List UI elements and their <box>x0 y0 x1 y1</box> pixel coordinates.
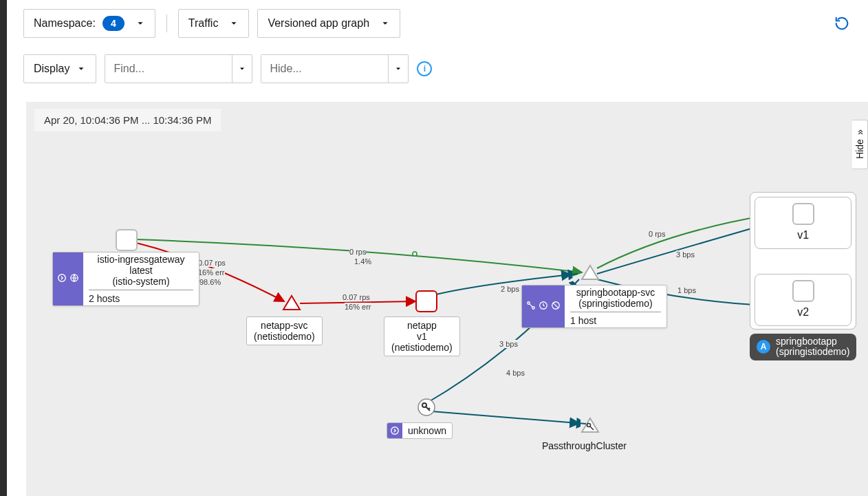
node-springboot-v1[interactable]: v1 <box>755 197 851 249</box>
toolbar: Namespace: 4 Traffic Versioned app graph <box>7 0 868 47</box>
find-combo <box>105 54 252 83</box>
edge-label: 16% err <box>345 303 371 311</box>
traffic-label: Traffic <box>188 17 219 30</box>
node-unknown[interactable]: unknown <box>387 422 453 439</box>
node-label: unknown <box>402 424 452 437</box>
ban-icon <box>551 301 561 312</box>
node-springboot-svc[interactable]: springbootapp-svc (springistiodemo) 1 ho… <box>521 285 667 328</box>
node-namespace: (istio-system) <box>89 276 193 287</box>
help-info-icon[interactable]: i <box>417 61 432 76</box>
route-icon <box>526 301 536 312</box>
graph-type-label: Versioned app graph <box>268 17 369 30</box>
globe-icon <box>69 273 79 285</box>
app-badge-icon: A <box>757 340 770 354</box>
chevron-down-icon <box>380 19 390 28</box>
replay-icon[interactable] <box>832 14 851 33</box>
node-netapp-svc[interactable]: netapp-svc (netistiodemo) <box>246 316 323 345</box>
traffic-dropdown[interactable]: Traffic <box>178 9 250 38</box>
edge-label: 0.07 rps <box>343 293 370 301</box>
svg-point-1 <box>58 274 66 282</box>
namespace-dropdown[interactable]: Namespace: 4 <box>23 9 155 38</box>
svg-marker-4 <box>582 266 598 279</box>
app-namespace: (springistiodemo) <box>776 347 849 357</box>
svg-marker-3 <box>283 296 300 310</box>
node-netapp-shape[interactable] <box>415 290 437 312</box>
node-version-label: v1 <box>763 229 843 241</box>
namespace-count-badge: 4 <box>102 16 124 31</box>
edge-label: 16% err <box>198 268 225 277</box>
find-input[interactable] <box>105 55 232 83</box>
edge-label: 98.6% <box>199 278 221 286</box>
graph-canvas[interactable]: Apr 20, 10:04:36 PM ... 10:34:36 PM Hide… <box>26 102 868 496</box>
node-namespace: (netistiodemo) <box>391 342 453 353</box>
namespace-label: Namespace: <box>34 17 96 30</box>
node-netapp-svc-shape[interactable] <box>282 294 301 314</box>
node-title: istio-ingressgateway <box>89 254 193 265</box>
node-version-label: v2 <box>763 306 843 319</box>
node-springboot-v2[interactable]: v2 <box>755 274 851 326</box>
filter-toolbar: Display i <box>7 45 448 92</box>
arrow-right-circle-icon <box>387 423 402 438</box>
app-group-footer[interactable]: A springbootapp (springistiodemo) <box>750 334 856 360</box>
left-gutter <box>0 0 7 496</box>
node-passthrough-shape[interactable] <box>581 417 600 436</box>
node-hosts: 2 hosts <box>89 293 193 304</box>
app-title: springbootapp <box>776 336 849 347</box>
svg-point-11 <box>391 427 399 435</box>
node-title: netapp-svc <box>254 320 315 331</box>
clock-icon <box>539 301 548 312</box>
node-title: springbootapp-svc <box>570 287 661 298</box>
edge-label: 1.4% <box>354 257 371 266</box>
node-passthrough-label: PassthroughCluster <box>542 440 627 451</box>
node-namespace: (springistiodemo) <box>570 298 661 309</box>
hide-combo <box>261 54 409 83</box>
node-springboot-svc-shape[interactable] <box>581 264 600 283</box>
chevron-down-icon <box>229 19 239 28</box>
edge-label: 2 bps <box>501 285 519 293</box>
chevron-down-icon <box>135 19 145 28</box>
edge-label: 1 bps <box>677 286 696 294</box>
arrow-right-circle-icon <box>57 273 67 285</box>
edge-label: 0 rps <box>349 248 366 256</box>
hide-dropdown-button[interactable] <box>388 55 408 83</box>
edge-label: 0.07 rps <box>198 259 226 267</box>
svg-point-0 <box>413 252 417 256</box>
node-version: v1 <box>391 331 453 342</box>
node-ingress-gateway[interactable]: istio-ingressgateway latest (istio-syste… <box>52 252 199 306</box>
edge-label: 3 bps <box>676 250 695 259</box>
graph-type-dropdown[interactable]: Versioned app graph <box>257 9 400 38</box>
display-dropdown[interactable]: Display <box>23 54 96 83</box>
node-version: latest <box>89 265 193 276</box>
find-dropdown-button[interactable] <box>232 55 252 83</box>
edge-label: 4 bps <box>506 369 525 377</box>
edge-label: 0 rps <box>649 230 665 238</box>
hide-input[interactable] <box>261 55 388 83</box>
edge-label: 3 bps <box>499 340 518 348</box>
divider <box>166 14 167 32</box>
node-ingress-version-box[interactable] <box>116 229 138 251</box>
node-unknown-key[interactable] <box>417 398 436 420</box>
node-namespace: (netistiodemo) <box>254 331 315 342</box>
display-label: Display <box>34 63 69 75</box>
chevron-down-icon <box>76 64 86 74</box>
node-title: netapp <box>391 320 453 331</box>
node-hosts: 1 host <box>570 315 661 326</box>
node-netapp[interactable]: netapp v1 (netistiodemo) <box>384 316 460 356</box>
